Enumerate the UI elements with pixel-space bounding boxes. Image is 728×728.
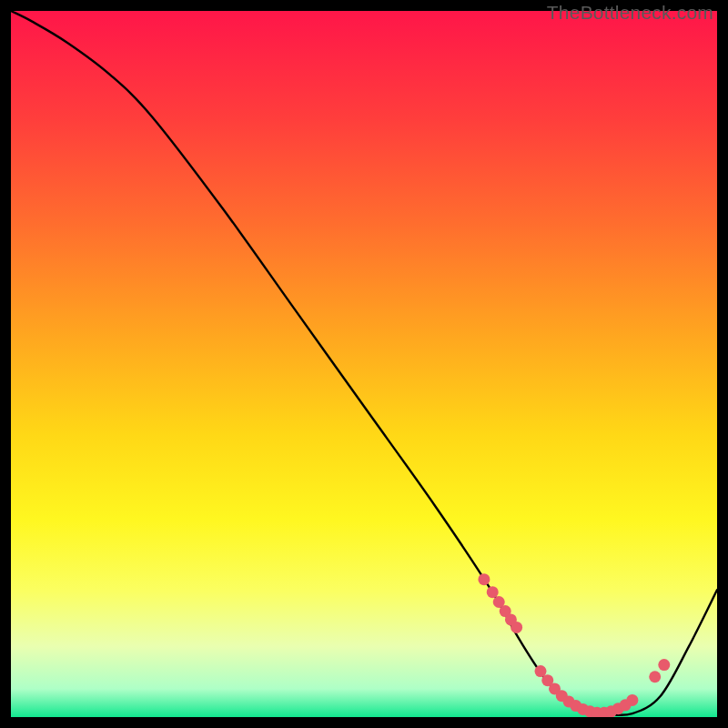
gradient-background <box>11 11 717 717</box>
marker-dot <box>626 694 638 706</box>
watermark-text: TheBottleneck.com <box>547 2 713 24</box>
marker-dot <box>478 573 490 585</box>
chart-svg <box>11 11 717 717</box>
marker-dot <box>487 586 499 598</box>
marker-dot <box>511 622 522 633</box>
marker-dot <box>649 671 661 682</box>
marker-dot <box>658 659 670 671</box>
